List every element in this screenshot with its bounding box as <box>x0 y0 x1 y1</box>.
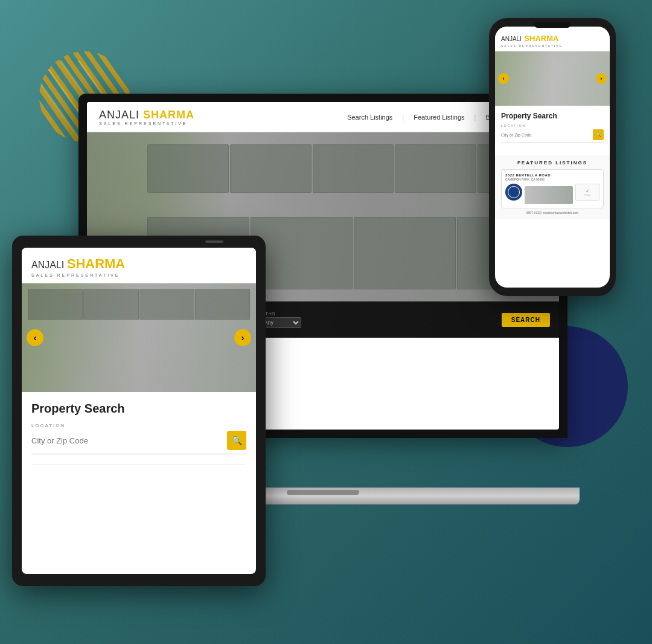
phone-featured-section: FEATURED LISTINGS 2622 BERTELLA ROAD CAM… <box>495 155 610 219</box>
location-input-row: 🔍 <box>31 431 246 454</box>
phone-listing-city: CAMERON PARK, CA 95682 <box>505 178 599 181</box>
phone-search-title: Property Search <box>501 112 604 120</box>
phone-footer-text: 9597-1022 | exactcontactwebsites.com <box>501 211 604 214</box>
phone-search-button[interactable]: 🔍 <box>593 129 604 140</box>
cabinet-1 <box>147 144 229 193</box>
phone-notch <box>534 22 570 28</box>
tablet-hero: ‹ › <box>22 283 256 392</box>
phone-listing-card: 2622 BERTELLA ROAD CAMERON PARK, CA 9568… <box>501 169 604 208</box>
phone-listing-address: 2622 BERTELLA ROAD <box>505 173 599 177</box>
phone-input-row: 🔍 <box>501 129 604 143</box>
phone-search-icon: 🔍 <box>596 132 601 137</box>
location-label: LOCATION <box>31 423 246 428</box>
cabinet-3 <box>313 144 394 193</box>
badge-inner <box>508 186 520 198</box>
t-cabinet-4 <box>195 289 250 320</box>
lower-cabinet-2 <box>251 217 353 289</box>
nav-divider-2: | <box>475 114 476 121</box>
nav-divider-1: | <box>402 114 404 121</box>
tablet-screen: ANJALI SHARMA SALES REPRESENTATIVE ‹ › <box>22 248 256 574</box>
property-search-title: Property Search <box>31 402 246 416</box>
phone-accessibility-badge <box>505 184 522 201</box>
phone-carousel-prev[interactable]: ‹ <box>498 73 509 84</box>
tablet-carousel-prev[interactable]: ‹ <box>27 329 43 346</box>
tablet-logo-first: ANJALI <box>31 260 64 270</box>
phone-property-search: Property Search LOCATION 🔍 <box>495 106 610 155</box>
tablet-property-search: Property Search LOCATION 🔍 <box>22 392 256 474</box>
tablet-upper-cabinets <box>22 289 256 320</box>
logo-subtitle: SALES REPRESENTATIVE <box>99 121 194 126</box>
recaptcha-widget: ✓ Privacy <box>575 184 599 201</box>
logo-last: SHARMA <box>143 109 194 121</box>
search-button[interactable]: SEARCH <box>502 313 550 327</box>
tablet-home-button <box>205 240 223 243</box>
cabinet-4 <box>395 144 476 193</box>
location-input[interactable] <box>31 436 222 445</box>
phone-listing-row: ✓ Privacy <box>505 184 599 204</box>
phone-hero: ‹ › <box>495 51 610 106</box>
tablet-logo: ANJALI SHARMA SALES REPRESENTATIVE <box>31 256 246 277</box>
tablet-device: ANJALI SHARMA SALES REPRESENTATIVE ‹ › <box>12 236 266 586</box>
phone-device: ANJALI SHARMA SALES REPRESENTATIVE ‹ › P… <box>489 18 616 296</box>
phone-location-label: LOCATION <box>501 124 604 127</box>
tablet-header: ANJALI SHARMA SALES REPRESENTATIVE <box>22 248 256 283</box>
location-search-button[interactable]: 🔍 <box>227 431 246 450</box>
recaptcha-check: ✓ <box>586 188 590 194</box>
site-logo: ANJALI SHARMA SALES REPRESENTATIVE <box>99 109 194 126</box>
tablet-logo-subtitle: SALES REPRESENTATIVE <box>31 273 246 277</box>
phone-logo: ANJALI SHARMA SALES REPRESENTATIVE <box>501 33 604 48</box>
t-cabinet-2 <box>83 289 138 320</box>
phone-location-input[interactable] <box>501 133 590 137</box>
nav-featured-listings[interactable]: Featured Listings <box>414 114 464 121</box>
tablet-carousel-next[interactable]: › <box>234 329 251 346</box>
phone-logo-first: ANJALI <box>501 36 522 42</box>
phone-header: ANJALI SHARMA SALES REPRESENTATIVE <box>495 27 610 51</box>
phone-screen: ANJALI SHARMA SALES REPRESENTATIVE ‹ › P… <box>495 27 610 288</box>
search-icon: 🔍 <box>232 436 242 445</box>
tablet-logo-last: SHARMA <box>67 256 126 271</box>
phone-logo-subtitle: SALES REPRESENTATIVE <box>501 44 604 48</box>
cabinet-2 <box>230 144 312 193</box>
phone-logo-last: SHARMA <box>524 34 558 43</box>
t-cabinet-3 <box>139 289 194 320</box>
tablet-divider <box>31 464 246 465</box>
lower-cabinet-3 <box>354 217 456 289</box>
nav-search-listings[interactable]: Search Listings <box>347 114 392 121</box>
tablet-frame: ANJALI SHARMA SALES REPRESENTATIVE ‹ › <box>12 236 266 586</box>
phone-kitchen-image <box>495 51 610 106</box>
phone-frame: ANJALI SHARMA SALES REPRESENTATIVE ‹ › P… <box>489 18 616 296</box>
site-header: ANJALI SHARMA SALES REPRESENTATIVE Searc… <box>87 102 559 132</box>
t-cabinet-1 <box>28 289 83 320</box>
phone-carousel-next[interactable]: › <box>596 73 607 84</box>
phone-listing-thumbnail <box>525 186 573 204</box>
phone-featured-title: FEATURED LISTINGS <box>501 160 604 166</box>
recaptcha-label: Privacy <box>584 194 590 196</box>
logo-first: ANJALI <box>99 109 143 121</box>
